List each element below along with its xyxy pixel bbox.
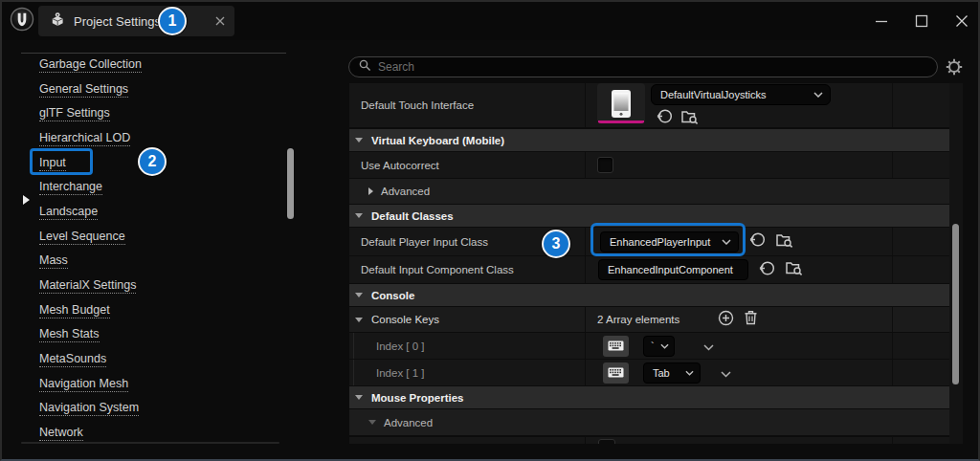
sidebar-item-garbage-collection[interactable]: Garbage Collection — [11, 53, 299, 77]
tab-close-icon[interactable] — [215, 16, 225, 26]
sidebar-bottom-divider — [21, 442, 279, 444]
use-selected-asset-icon[interactable] — [657, 108, 673, 128]
advanced-expander-virtual-keyboard[interactable]: Advanced — [349, 179, 949, 204]
input-component-class-dropdown[interactable]: EnhancedInputComponent — [598, 259, 748, 280]
row-label: Index [ 1 ] — [376, 367, 425, 379]
step-number: 3 — [552, 235, 561, 252]
expand-arrow-icon — [368, 187, 373, 195]
element-options-chevron-icon[interactable] — [721, 364, 731, 382]
collapse-arrow-icon — [355, 318, 363, 322]
close-icon[interactable] — [955, 14, 969, 28]
row-label: Default Touch Interface — [361, 99, 474, 111]
project-settings-icon — [50, 11, 65, 32]
advanced-label: Advanced — [381, 186, 430, 197]
settings-search-bar — [348, 56, 938, 77]
minimize-icon[interactable] — [875, 14, 888, 28]
sidebar-scrollbar-thumb[interactable] — [287, 148, 294, 219]
section-title: Default Classes — [371, 210, 454, 222]
search-input[interactable] — [378, 60, 927, 74]
add-array-element-icon[interactable] — [718, 310, 734, 330]
row-partially-visible — [349, 437, 949, 444]
row-label: Use Autocorrect — [361, 160, 439, 171]
section-title: Mouse Properties — [371, 392, 464, 404]
collapse-arrow-icon — [355, 138, 363, 143]
annotation-highlight-box-player-input-dropdown — [590, 223, 746, 256]
collapse-arrow-icon — [355, 213, 363, 218]
dropdown-value: ` — [651, 340, 655, 352]
array-elements-count: 2 Array elements — [597, 314, 679, 325]
maximize-icon[interactable] — [915, 14, 928, 28]
use-autocorrect-checkbox[interactable] — [597, 157, 613, 173]
keyboard-capture-button[interactable] — [603, 362, 629, 384]
chevron-down-icon — [813, 92, 823, 98]
row-console-key-index-0: Index [ 0 ] ` — [349, 333, 949, 359]
section-title: Virtual Keyboard (Mobile) — [371, 135, 504, 146]
sidebar-item-materialx-settings[interactable]: MaterialX Settings — [11, 274, 299, 298]
panel-scrollbar-thumb[interactable] — [952, 224, 959, 384]
titlebar: Project Settings — [2, 2, 978, 40]
sidebar-item-landscape[interactable]: Landscape — [11, 200, 299, 225]
section-header-mouse-properties[interactable]: Mouse Properties — [349, 386, 949, 408]
collapse-arrow-icon — [355, 293, 363, 297]
row-label: Console Keys — [371, 314, 439, 325]
window-controls — [875, 2, 969, 40]
use-selected-asset-icon[interactable] — [749, 231, 766, 252]
sidebar-item-level-sequence[interactable]: Level Sequence — [11, 225, 299, 250]
search-icon — [359, 58, 371, 76]
sidebar-item-navigation-system[interactable]: Navigation System — [11, 397, 299, 422]
row-label: Default Input Component Class — [361, 264, 514, 275]
row-label: Index [ 0 ] — [376, 340, 425, 352]
asset-color-bar — [598, 121, 644, 123]
annotation-step-3-badge: 3 — [542, 230, 570, 258]
advanced-label: Advanced — [384, 417, 433, 428]
advanced-expander-mouse-properties[interactable]: Advanced — [349, 409, 949, 435]
keyboard-capture-button[interactable] — [603, 336, 629, 357]
key-select-dropdown[interactable]: ` — [643, 336, 675, 357]
sidebar-item-general-settings[interactable]: General Settings — [11, 77, 299, 102]
section-header-console[interactable]: Console — [349, 284, 949, 306]
settings-category-sidebar: Garbage Collection General Settings glTF… — [11, 40, 327, 451]
unreal-engine-logo-icon — [10, 7, 34, 32]
element-options-chevron-icon[interactable] — [703, 338, 714, 355]
dropdown-value: DefaultVirtualJoysticks — [660, 89, 766, 100]
dropdown-value: Tab — [653, 367, 670, 379]
sidebar-item-interchange[interactable]: Interchange — [11, 175, 299, 200]
touch-interface-dropdown[interactable]: DefaultVirtualJoysticks — [651, 84, 831, 105]
row-use-autocorrect: Use Autocorrect — [349, 152, 949, 178]
step-number: 2 — [148, 153, 157, 170]
collapse-arrow-icon — [368, 420, 376, 425]
delete-array-icon[interactable] — [744, 310, 758, 329]
chevron-down-icon — [660, 343, 669, 349]
row-default-touch-interface: Default Touch Interface DefaultVirtualJo… — [349, 83, 949, 127]
touch-interface-asset-thumbnail[interactable] — [597, 83, 645, 123]
settings-detail-panel: Default Touch Interface DefaultVirtualJo… — [349, 83, 949, 445]
step-number: 1 — [168, 12, 177, 30]
tab-project-settings[interactable]: Project Settings — [38, 6, 234, 36]
sidebar-item-mass[interactable]: Mass — [11, 250, 299, 274]
sidebar-item-navigation-mesh[interactable]: Navigation Mesh — [11, 372, 299, 397]
tab-title: Project Settings — [74, 14, 207, 29]
sidebar-item-mesh-budget[interactable]: Mesh Budget — [11, 298, 299, 323]
dropdown-value: EnhancedInputComponent — [608, 264, 733, 275]
use-selected-asset-icon[interactable] — [759, 260, 775, 280]
row-label: Default Player Input Class — [361, 236, 488, 248]
row-console-keys: Console Keys 2 Array elements — [349, 307, 949, 332]
browse-to-asset-icon[interactable] — [776, 232, 793, 252]
chevron-down-icon — [685, 370, 694, 376]
sidebar-list: Garbage Collection General Settings glTF… — [11, 53, 299, 446]
project-settings-window: Project Settings Garbage Collection Gene… — [0, 0, 980, 461]
annotation-step-2-badge: 2 — [138, 147, 167, 176]
section-header-virtual-keyboard[interactable]: Virtual Keyboard (Mobile) — [349, 129, 949, 151]
row-default-input-component-class: Default Input Component Class EnhancedIn… — [349, 256, 949, 283]
browse-to-asset-icon[interactable] — [786, 260, 803, 279]
annotation-step-1-badge: 1 — [158, 7, 187, 35]
key-select-dropdown[interactable]: Tab — [643, 362, 701, 384]
sidebar-item-gltf-settings[interactable]: glTF Settings — [11, 101, 299, 126]
sidebar-item-metasounds[interactable]: MetaSounds — [11, 347, 299, 372]
browse-to-asset-icon[interactable] — [681, 109, 699, 128]
settings-gear-icon[interactable] — [946, 58, 963, 79]
annotation-highlight-box-input — [30, 148, 93, 175]
collapse-arrow-icon — [355, 395, 363, 400]
sidebar-item-mesh-stats[interactable]: Mesh Stats — [11, 323, 299, 348]
section-title: Console — [371, 290, 414, 301]
